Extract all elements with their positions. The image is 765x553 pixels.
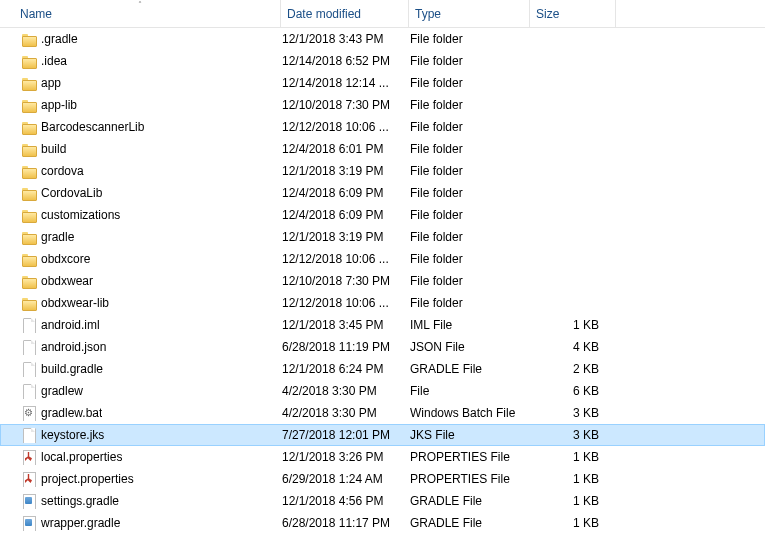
column-header-type-label: Type: [415, 7, 441, 21]
cell-date: 6/29/2018 1:24 AM: [282, 472, 410, 486]
folder-icon: [21, 295, 37, 311]
column-header-date-label: Date modified: [287, 7, 361, 21]
column-header-date[interactable]: Date modified: [281, 0, 409, 27]
cell-date: 6/28/2018 11:17 PM: [282, 516, 410, 530]
file-name-label: android.json: [41, 340, 106, 354]
cell-date: 12/4/2018 6:01 PM: [282, 142, 410, 156]
folder-icon: [21, 185, 37, 201]
file-row[interactable]: build.gradle12/1/2018 6:24 PMGRADLE File…: [0, 358, 765, 380]
cell-date: 12/14/2018 6:52 PM: [282, 54, 410, 68]
cell-name: app-lib: [3, 97, 282, 113]
file-name-label: local.properties: [41, 450, 122, 464]
folder-row[interactable]: obdxwear-lib12/12/2018 10:06 ...File fol…: [0, 292, 765, 314]
cell-type: File folder: [410, 98, 531, 112]
cell-size: 4 KB: [531, 340, 617, 354]
file-icon: [21, 339, 37, 355]
folder-icon: [21, 229, 37, 245]
file-row[interactable]: android.json6/28/2018 11:19 PMJSON File4…: [0, 336, 765, 358]
cell-date: 12/4/2018 6:09 PM: [282, 186, 410, 200]
folder-row[interactable]: app12/14/2018 12:14 ...File folder: [0, 72, 765, 94]
cell-type: JSON File: [410, 340, 531, 354]
column-header-spacer[interactable]: [616, 0, 765, 27]
folder-row[interactable]: .gradle12/1/2018 3:43 PMFile folder: [0, 28, 765, 50]
cell-date: 12/12/2018 10:06 ...: [282, 296, 410, 310]
column-header-size[interactable]: Size: [530, 0, 616, 27]
folder-row[interactable]: .idea12/14/2018 6:52 PMFile folder: [0, 50, 765, 72]
file-name-label: app-lib: [41, 98, 77, 112]
file-name-label: gradle: [41, 230, 74, 244]
cell-name: keystore.jks: [3, 427, 282, 443]
gear-icon: [21, 405, 37, 421]
folder-icon: [21, 31, 37, 47]
cell-type: JKS File: [410, 428, 531, 442]
file-name-label: wrapper.gradle: [41, 516, 120, 530]
file-row[interactable]: wrapper.gradle6/28/2018 11:17 PMGRADLE F…: [0, 512, 765, 534]
cell-size: 1 KB: [531, 318, 617, 332]
folder-row[interactable]: app-lib12/10/2018 7:30 PMFile folder: [0, 94, 765, 116]
folder-row[interactable]: cordova12/1/2018 3:19 PMFile folder: [0, 160, 765, 182]
folder-row[interactable]: BarcodescannerLib12/12/2018 10:06 ...Fil…: [0, 116, 765, 138]
cell-date: 12/1/2018 3:43 PM: [282, 32, 410, 46]
cell-name: BarcodescannerLib: [3, 119, 282, 135]
file-icon: [21, 361, 37, 377]
file-name-label: CordovaLib: [41, 186, 102, 200]
folder-row[interactable]: obdxcore12/12/2018 10:06 ...File folder: [0, 248, 765, 270]
cell-type: File folder: [410, 186, 531, 200]
cell-date: 12/1/2018 3:45 PM: [282, 318, 410, 332]
cell-size: 1 KB: [531, 450, 617, 464]
file-name-label: gradlew.bat: [41, 406, 102, 420]
cell-type: PROPERTIES File: [410, 472, 531, 486]
cell-date: 7/27/2018 12:01 PM: [282, 428, 410, 442]
cell-date: 12/4/2018 6:09 PM: [282, 208, 410, 222]
cell-name: app: [3, 75, 282, 91]
folder-icon: [21, 207, 37, 223]
file-row[interactable]: local.properties12/1/2018 3:26 PMPROPERT…: [0, 446, 765, 468]
cell-date: 12/12/2018 10:06 ...: [282, 120, 410, 134]
file-name-label: build: [41, 142, 66, 156]
cell-type: File folder: [410, 252, 531, 266]
cell-size: 1 KB: [531, 516, 617, 530]
folder-icon: [21, 163, 37, 179]
conf-icon: [21, 515, 37, 531]
cell-type: GRADLE File: [410, 494, 531, 508]
folder-row[interactable]: obdxwear12/10/2018 7:30 PMFile folder: [0, 270, 765, 292]
cell-name: .gradle: [3, 31, 282, 47]
cell-type: File folder: [410, 230, 531, 244]
file-row[interactable]: gradlew.bat4/2/2018 3:30 PMWindows Batch…: [0, 402, 765, 424]
cell-name: CordovaLib: [3, 185, 282, 201]
folder-icon: [21, 119, 37, 135]
folder-icon: [21, 53, 37, 69]
cell-date: 12/14/2018 12:14 ...: [282, 76, 410, 90]
file-row[interactable]: project.properties6/29/2018 1:24 AMPROPE…: [0, 468, 765, 490]
cell-name: wrapper.gradle: [3, 515, 282, 531]
folder-row[interactable]: build12/4/2018 6:01 PMFile folder: [0, 138, 765, 160]
cell-type: File folder: [410, 208, 531, 222]
file-icon: [21, 427, 37, 443]
sort-indicator-icon: ˄: [138, 0, 142, 9]
cell-name: obdxwear-lib: [3, 295, 282, 311]
column-header-name[interactable]: Name ˄: [0, 0, 281, 27]
file-name-label: obdxwear: [41, 274, 93, 288]
folder-row[interactable]: customizations12/4/2018 6:09 PMFile fold…: [0, 204, 765, 226]
file-row[interactable]: gradlew4/2/2018 3:30 PMFile6 KB: [0, 380, 765, 402]
cell-name: customizations: [3, 207, 282, 223]
cell-type: Windows Batch File: [410, 406, 531, 420]
cell-date: 4/2/2018 3:30 PM: [282, 384, 410, 398]
cell-date: 12/1/2018 4:56 PM: [282, 494, 410, 508]
column-header-name-label: Name: [20, 7, 52, 21]
cell-name: obdxcore: [3, 251, 282, 267]
cell-date: 12/1/2018 3:19 PM: [282, 164, 410, 178]
folder-row[interactable]: gradle12/1/2018 3:19 PMFile folder: [0, 226, 765, 248]
column-header-type[interactable]: Type: [409, 0, 530, 27]
folder-row[interactable]: CordovaLib12/4/2018 6:09 PMFile folder: [0, 182, 765, 204]
cell-name: project.properties: [3, 471, 282, 487]
cell-type: GRADLE File: [410, 516, 531, 530]
file-name-label: app: [41, 76, 61, 90]
file-row[interactable]: keystore.jks7/27/2018 12:01 PMJKS File3 …: [0, 424, 765, 446]
prop-icon: [21, 449, 37, 465]
file-row[interactable]: settings.gradle12/1/2018 4:56 PMGRADLE F…: [0, 490, 765, 512]
file-icon: [21, 317, 37, 333]
folder-icon: [21, 141, 37, 157]
file-row[interactable]: android.iml12/1/2018 3:45 PMIML File1 KB: [0, 314, 765, 336]
column-header-size-label: Size: [536, 7, 559, 21]
